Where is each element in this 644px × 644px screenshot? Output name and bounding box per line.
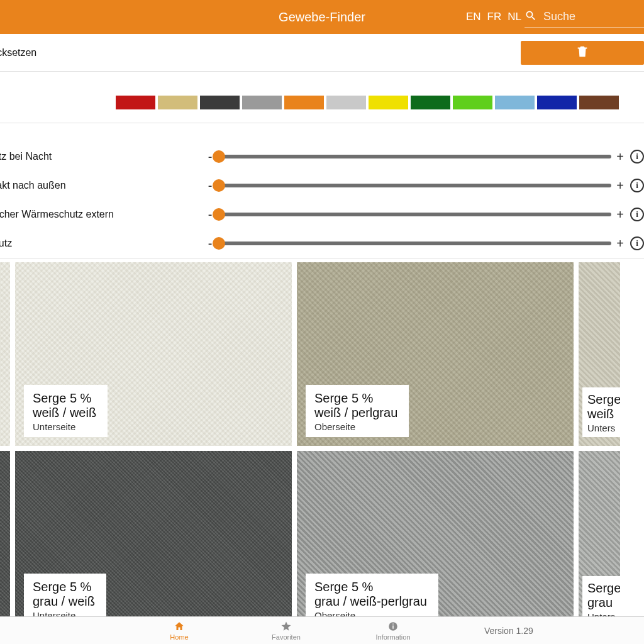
- color-swatches: [116, 96, 619, 109]
- fabric-gallery: Serge 5 % weiß / weiß Unterseite Serge 5…: [0, 258, 644, 635]
- nav-label: Home: [170, 633, 188, 641]
- fabric-card[interactable]: Serge weiß Unters: [579, 262, 620, 446]
- fabric-color: grau: [587, 596, 620, 610]
- criteria-sliders: schutz bei Nacht - + i kontakt nach auße…: [0, 123, 644, 258]
- fabric-side: Unters: [587, 423, 620, 433]
- trash-icon: [575, 45, 589, 61]
- slider-track[interactable]: [219, 242, 611, 245]
- svg-rect-2: [392, 623, 394, 625]
- swatch-brown[interactable]: [579, 96, 619, 109]
- slider-row-night-privacy: schutz bei Nacht - + i: [0, 142, 644, 171]
- nav-information[interactable]: Information: [340, 621, 447, 641]
- plus-button[interactable]: +: [614, 179, 626, 193]
- nav-home[interactable]: Home: [126, 621, 233, 641]
- slider-label: kontakt nach außen: [0, 180, 204, 191]
- fabric-side: Oberseite: [314, 421, 397, 432]
- star-icon: [280, 621, 292, 633]
- fabric-color: weiß / perlgrau: [314, 406, 397, 420]
- swatch-grey[interactable]: [242, 96, 282, 109]
- slider-thumb[interactable]: [213, 237, 225, 250]
- lang-fr[interactable]: FR: [487, 11, 502, 23]
- slider-row-thermal-external: merlicher Wärmeschutz extern - + i: [0, 200, 644, 229]
- home-icon: [174, 621, 185, 633]
- fabric-color: grau / weiß: [33, 594, 95, 609]
- nav-favorites[interactable]: Favoriten: [233, 621, 340, 641]
- search-icon: [525, 9, 537, 25]
- fabric-label: Serge 5 % weiß / perlgrau Oberseite: [306, 385, 409, 437]
- reset-filters-label: zurücksetzen: [0, 47, 36, 58]
- color-filter-label: filter: [0, 97, 116, 108]
- fabric-name: Serge: [587, 581, 620, 596]
- info-icon[interactable]: i: [630, 150, 644, 164]
- reset-row: zurücksetzen: [0, 34, 644, 72]
- slider-track[interactable]: [219, 184, 611, 187]
- clear-button[interactable]: [521, 41, 644, 65]
- swatch-orange[interactable]: [284, 96, 324, 109]
- fabric-label: Serge 5 % weiß / weiß Unterseite: [24, 385, 108, 437]
- version-label: Version 1.29: [484, 626, 533, 636]
- bottom-nav: Home Favoriten Information Version 1.29: [0, 616, 644, 644]
- search-field[interactable]: [525, 6, 644, 28]
- fabric-card[interactable]: Serge grau Unters: [579, 451, 620, 635]
- slider-label: merlicher Wärmeschutz extern: [0, 209, 204, 220]
- info-icon: [387, 621, 399, 633]
- language-switcher: EN FR NL: [466, 11, 521, 23]
- fabric-card[interactable]: [0, 262, 10, 446]
- app-title: Gewebe-Finder: [279, 10, 365, 25]
- info-icon[interactable]: i: [630, 179, 644, 192]
- swatch-yellow[interactable]: [369, 96, 408, 109]
- fabric-card[interactable]: [0, 451, 10, 635]
- swatch-tan[interactable]: [158, 96, 197, 109]
- swatch-red[interactable]: [116, 96, 155, 109]
- fabric-card[interactable]: Serge 5 % weiß / perlgrau Oberseite: [297, 262, 574, 446]
- gallery-row: Serge 5 % grau / weiß Unterseite Serge 5…: [0, 451, 644, 635]
- swatch-darkgreen[interactable]: [411, 96, 450, 109]
- slider-thumb[interactable]: [213, 208, 225, 221]
- color-filter-row: filter: [0, 72, 644, 123]
- slider-track[interactable]: [219, 155, 611, 158]
- fabric-label: Serge weiß Unters: [582, 387, 620, 437]
- slider-thumb[interactable]: [213, 179, 225, 192]
- slider-row-outside-contact: kontakt nach außen - + i: [0, 171, 644, 200]
- fabric-name: Serge 5 %: [314, 391, 397, 406]
- gallery-row: Serge 5 % weiß / weiß Unterseite Serge 5…: [0, 262, 644, 446]
- swatch-green[interactable]: [453, 96, 492, 109]
- fabric-name: Serge: [587, 392, 620, 407]
- fabric-name: Serge 5 %: [314, 580, 427, 594]
- fabric-name: Serge 5 %: [33, 580, 95, 594]
- swatch-charcoal[interactable]: [200, 96, 240, 109]
- info-icon[interactable]: i: [630, 236, 644, 250]
- fabric-name: Serge 5 %: [33, 391, 96, 406]
- search-input[interactable]: [543, 10, 619, 23]
- swatch-lightblue[interactable]: [495, 96, 535, 109]
- fabric-color: grau / weiß-perlgrau: [314, 594, 427, 609]
- fabric-card[interactable]: Serge 5 % grau / weiß Unterseite: [15, 451, 292, 635]
- app-header: Gewebe-Finder EN FR NL: [0, 0, 644, 34]
- slider-label: schutz bei Nacht: [0, 151, 204, 162]
- slider-track[interactable]: [219, 213, 611, 216]
- slider-label: dschutz: [0, 238, 204, 249]
- slider-row-glare: dschutz - + i: [0, 229, 644, 258]
- nav-label: Information: [375, 633, 410, 641]
- fabric-side: Unterseite: [33, 421, 96, 432]
- plus-button[interactable]: +: [614, 208, 626, 222]
- lang-en[interactable]: EN: [466, 11, 481, 23]
- fabric-card[interactable]: Serge 5 % grau / weiß-perlgrau Oberseite: [297, 451, 574, 635]
- fabric-color: weiß / weiß: [33, 406, 96, 420]
- swatch-silver[interactable]: [326, 96, 366, 109]
- nav-label: Favoriten: [272, 633, 301, 641]
- swatch-blue[interactable]: [537, 96, 577, 109]
- info-icon[interactable]: i: [630, 208, 644, 221]
- svg-rect-1: [392, 625, 394, 628]
- plus-button[interactable]: +: [614, 150, 626, 164]
- lang-nl[interactable]: NL: [508, 11, 521, 23]
- fabric-card[interactable]: Serge 5 % weiß / weiß Unterseite: [15, 262, 292, 446]
- plus-button[interactable]: +: [614, 236, 626, 251]
- slider-thumb[interactable]: [213, 150, 225, 163]
- fabric-color: weiß: [587, 407, 620, 421]
